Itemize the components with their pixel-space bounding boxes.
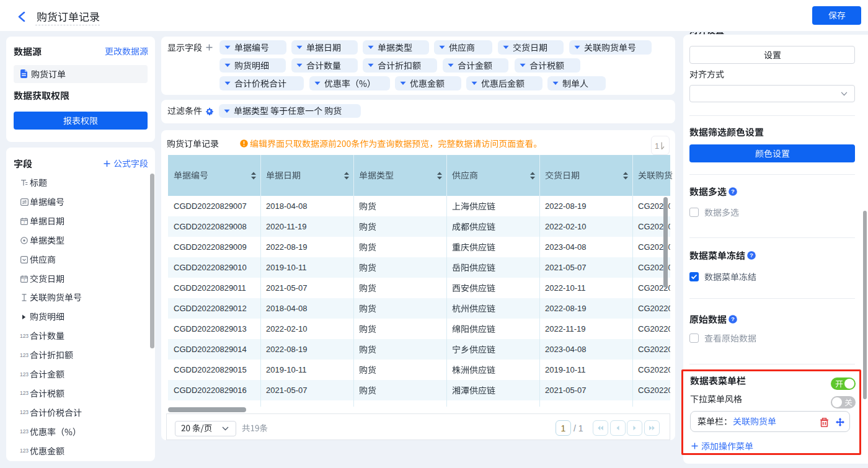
svg-text:?: ? [731, 188, 735, 195]
svg-text:7: 7 [23, 278, 25, 281]
svg-text:7: 7 [23, 220, 25, 224]
svg-text:?: ? [731, 316, 735, 322]
svg-text:?: ? [750, 252, 753, 258]
